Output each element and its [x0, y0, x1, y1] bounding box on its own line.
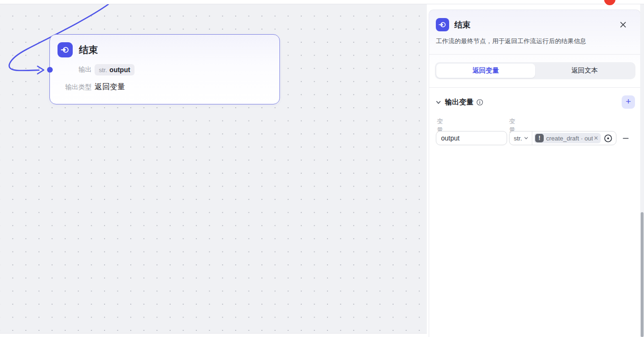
divider — [429, 87, 640, 88]
end-node-icon — [436, 18, 449, 31]
node-output-type-label: 输出类型 — [50, 83, 92, 92]
top-bar — [0, 0, 644, 4]
tab-return-text[interactable]: 返回文本 — [535, 64, 634, 78]
settings-icon[interactable] — [604, 134, 613, 143]
node-input-port[interactable] — [47, 67, 53, 73]
panel-header: 结束 — [429, 10, 640, 31]
variable-reference-label: create_draft · output — [546, 135, 593, 142]
workflow-canvas[interactable]: 结束 输出 str. output 输出类型 返回变量 — [0, 4, 427, 333]
edge-arrowhead-icon — [38, 66, 44, 74]
node-output-value: output — [109, 66, 130, 74]
node-output-label: 输出 — [50, 66, 92, 74]
scrollbar-thumb[interactable] — [641, 212, 644, 337]
end-node-header: 结束 — [50, 35, 279, 57]
canvas-bottom-edge — [0, 333, 427, 337]
node-output-type-tag: str. — [99, 66, 107, 74]
tab-return-variables[interactable]: 返回变量 — [436, 64, 535, 78]
workflow-editor: 结束 输出 str. output 输出类型 返回变量 — [0, 0, 644, 337]
return-mode-tabs: 返回变量 返回文本 — [435, 62, 635, 79]
type-select[interactable]: str. — [509, 131, 532, 145]
node-output-type-value: 返回变量 — [95, 82, 125, 92]
panel-description: 工作流的最终节点，用于返回工作流运行后的结果信息 — [429, 31, 640, 46]
add-variable-button[interactable]: + — [622, 95, 635, 109]
end-node-title: 结束 — [79, 44, 98, 56]
end-node-card[interactable]: 结束 输出 str. output 输出类型 返回变量 — [49, 34, 280, 104]
output-variables-section-header: 输出变量 + — [435, 95, 635, 109]
node-output-row: 输出 str. output — [50, 64, 279, 75]
variable-name-input[interactable] — [436, 131, 507, 145]
node-output-value-pill: str. output — [95, 64, 135, 75]
type-select-value: str. — [514, 135, 522, 142]
remove-reference-icon[interactable]: ✕ — [594, 135, 598, 141]
variable-row: str. ! create_draft · output ✕ — [436, 131, 634, 145]
divider — [532, 131, 532, 145]
remove-variable-button[interactable] — [621, 134, 630, 142]
divider — [429, 54, 640, 55]
warning-icon: ! — [535, 134, 544, 142]
node-output-type-row: 输出类型 返回变量 — [50, 82, 279, 92]
info-icon[interactable] — [476, 99, 483, 106]
chevron-down-icon[interactable] — [435, 99, 442, 105]
panel-title: 结束 — [454, 19, 613, 30]
end-node-icon — [58, 42, 73, 57]
variable-reference-tag[interactable]: ! create_draft · output ✕ — [534, 133, 601, 143]
node-settings-panel: 结束 工作流的最终节点，用于返回工作流运行后的结果信息 返回变量 返回文本 输出… — [429, 9, 641, 337]
chevron-down-icon — [524, 136, 529, 140]
close-icon[interactable] — [618, 20, 628, 29]
output-variables-title: 输出变量 — [445, 98, 473, 107]
variable-value-group: str. ! create_draft · output ✕ — [509, 131, 616, 145]
